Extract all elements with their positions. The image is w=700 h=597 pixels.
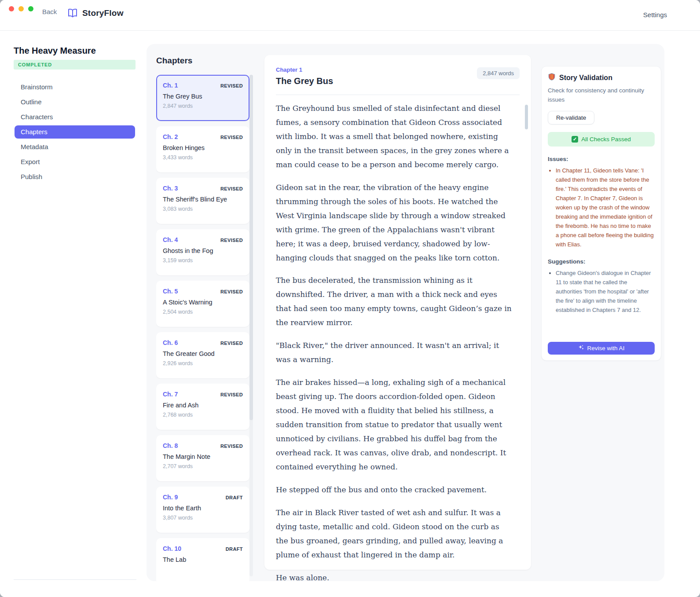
back-button[interactable]: Back: [42, 8, 57, 15]
chapter-number: Ch. 10: [163, 545, 181, 552]
chapter-number: Ch. 9: [163, 494, 178, 501]
sidebar-item[interactable]: Chapters: [15, 125, 135, 139]
chapter-card[interactable]: Ch. 2 REVISED Broken Hinges 3,433 words: [156, 126, 249, 172]
app-title: StoryFlow: [82, 8, 124, 18]
chapter-card-head: Ch. 10 DRAFT: [163, 545, 243, 552]
prose-paragraph: He was alone.: [276, 571, 512, 581]
chapter-title: The Lab: [163, 556, 243, 563]
chapter-card[interactable]: Ch. 8 REVISED The Margin Note 2,707 word…: [156, 435, 249, 481]
chapter-title: Into the Earth: [163, 505, 243, 512]
prose-paragraph: "Black River," the driver announced. It …: [276, 339, 512, 367]
sidebar-item[interactable]: Brainstorm: [15, 81, 135, 94]
editor-title: The Grey Bus: [276, 76, 333, 86]
revise-with-ai-button[interactable]: Revise with AI: [548, 342, 655, 355]
chapter-word-count: 3,433 words: [163, 154, 243, 161]
prose-paragraph: The bus decelerated, the transmission wh…: [276, 274, 512, 330]
prose-paragraph: The air in Black River tasted of wet ash…: [276, 506, 512, 562]
editor-scrollbar-thumb[interactable]: [525, 105, 528, 129]
chapter-word-count: 3,807 words: [163, 515, 243, 521]
chapter-title: Ghosts in the Fog: [163, 247, 243, 254]
checks-passed-banner: All Checks Passed: [548, 132, 655, 147]
close-icon[interactable]: [9, 6, 14, 11]
chapter-status-badge: REVISED: [220, 186, 243, 191]
chapter-word-count: 3,159 words: [163, 257, 243, 264]
chapter-card-head: Ch. 3 REVISED: [163, 185, 243, 192]
chapter-title: The Margin Note: [163, 453, 243, 460]
validation-subtitle: Check for consistency and continuity iss…: [548, 86, 655, 105]
chapter-title: Broken Hinges: [163, 144, 243, 151]
app-window: Back StoryFlow Settings The Heavy Measur…: [0, 0, 700, 597]
issue-item: In Chapter 11, Gideon tells Vane: 'I cal…: [556, 166, 655, 249]
chapter-card[interactable]: Ch. 3 REVISED The Sheriff's Blind Eye 3,…: [156, 178, 249, 224]
sidebar-item[interactable]: Publish: [15, 170, 135, 183]
validation-header: Story Validation: [548, 73, 655, 83]
chapter-list-scrollbar-thumb[interactable]: [249, 75, 253, 420]
validation-title: Story Validation: [559, 74, 612, 82]
chapter-status-badge: REVISED: [220, 289, 243, 294]
chapter-status-badge: REVISED: [220, 341, 243, 346]
chapter-number: Ch. 4: [163, 236, 178, 243]
prose-paragraph: He stepped off the bus and onto the crac…: [276, 483, 512, 497]
issues-list: In Chapter 11, Gideon tells Vane: 'I cal…: [548, 166, 655, 249]
revise-button-label: Revise with AI: [587, 345, 625, 352]
chapter-number: Ch. 7: [163, 391, 178, 398]
book-icon: [67, 8, 78, 18]
prose-paragraph: Gideon sat in the rear, the vibration of…: [276, 181, 512, 265]
chapter-title: The Greater Good: [163, 350, 243, 357]
chapter-word-count: 2,707 words: [163, 463, 243, 469]
chapter-number: Ch. 3: [163, 185, 178, 192]
chapter-card-head: Ch. 6 REVISED: [163, 339, 243, 346]
zoom-icon[interactable]: [28, 6, 33, 11]
sidebar-item[interactable]: Export: [15, 155, 135, 168]
top-bar: Back StoryFlow Settings: [0, 0, 700, 31]
chapter-status-badge: REVISED: [220, 443, 243, 449]
chapter-number: Ch. 2: [163, 133, 178, 140]
chapter-card[interactable]: Ch. 4 REVISED Ghosts in the Fog 3,159 wo…: [156, 229, 249, 275]
chapter-number: Ch. 1: [163, 82, 178, 89]
chapter-status-badge: DRAFT: [226, 546, 243, 552]
chapter-card-head: Ch. 2 REVISED: [163, 133, 243, 140]
chapter-card[interactable]: Ch. 10 DRAFT The Lab: [156, 538, 249, 581]
editor-divider: [276, 95, 520, 95]
chapter-card[interactable]: Ch. 6 REVISED The Greater Good 2,926 wor…: [156, 332, 249, 378]
minimize-icon[interactable]: [18, 6, 24, 11]
sidebar-nav: Brainstorm Outline Characters Chapters M…: [15, 81, 135, 185]
sidebar-item[interactable]: Characters: [15, 110, 135, 124]
chapter-status-badge: REVISED: [220, 392, 243, 397]
settings-button[interactable]: Settings: [643, 11, 667, 18]
editor-header: Chapter 1 The Grey Bus 2,847 words: [276, 66, 520, 86]
issues-label: Issues:: [548, 156, 655, 162]
suggestions-list: Change Gideon's dialogue in Chapter 11 t…: [548, 268, 655, 315]
checks-passed-text: All Checks Passed: [581, 136, 631, 143]
project-title: The Heavy Measure: [14, 46, 96, 56]
chapter-word-count: 2,847 words: [163, 103, 243, 109]
chapter-card[interactable]: Ch. 1 REVISED The Grey Bus 2,847 words: [156, 75, 249, 121]
chapter-word-count: 2,926 words: [163, 360, 243, 366]
shield-icon: [548, 73, 556, 83]
editor-chapter-label: Chapter 1: [276, 66, 333, 73]
sidebar-divider: [14, 579, 136, 580]
chapter-number: Ch. 5: [163, 288, 178, 295]
chapter-list: Ch. 1 REVISED The Grey Bus 2,847 words C…: [156, 75, 249, 581]
chapter-title: The Grey Bus: [163, 93, 243, 100]
suggestions-label: Suggestions:: [548, 258, 655, 265]
chapter-card-head: Ch. 7 REVISED: [163, 391, 243, 398]
sidebar-item[interactable]: Metadata: [15, 140, 135, 154]
chapter-title: The Sheriff's Blind Eye: [163, 196, 243, 203]
chapter-title: A Stoic's Warning: [163, 299, 243, 306]
chapter-card[interactable]: Ch. 9 DRAFT Into the Earth 3,807 words: [156, 487, 249, 533]
sidebar-item[interactable]: Outline: [15, 95, 135, 109]
sparkles-icon: [578, 344, 584, 352]
chapter-status-badge: REVISED: [220, 83, 243, 88]
chapter-card[interactable]: Ch. 5 REVISED A Stoic's Warning 2,504 wo…: [156, 281, 249, 327]
revalidate-button[interactable]: Re-validate: [548, 111, 594, 125]
app-logo: StoryFlow: [67, 8, 124, 18]
chapter-card-head: Ch. 8 REVISED: [163, 442, 243, 449]
chapter-status-badge: DRAFT: [226, 495, 243, 500]
sidebar: The Heavy Measure COMPLETED Brainstorm O…: [0, 31, 147, 597]
chapter-number: Ch. 6: [163, 339, 178, 346]
main-panel: Chapters Ch. 1 REVISED The Grey Bus 2,84…: [147, 44, 664, 581]
chapter-word-count: 3,083 words: [163, 206, 243, 212]
chapter-word-count: 2,504 words: [163, 309, 243, 315]
chapter-card[interactable]: Ch. 7 REVISED Fire and Ash 2,768 words: [156, 384, 249, 430]
